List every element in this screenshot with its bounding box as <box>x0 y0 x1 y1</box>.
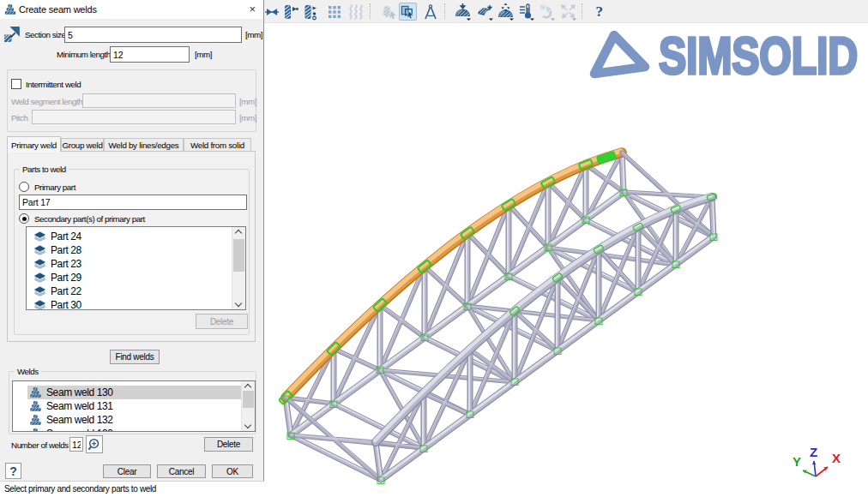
weld-markers <box>279 151 717 483</box>
secondary-parts-radio[interactable] <box>19 213 29 224</box>
svg-text:S: S <box>540 3 546 11</box>
welds-list-scrollbar[interactable] <box>241 381 255 431</box>
toolbar-connector-button[interactable] <box>262 3 280 21</box>
intermittent-weld-icon <box>303 3 320 21</box>
toolbar-separator <box>370 3 371 19</box>
weld-segment-length-input <box>82 93 236 108</box>
dialog-titlebar[interactable]: Create seam welds × <box>0 0 263 19</box>
intermittent-weld-checkbox[interactable] <box>11 79 21 89</box>
scroll-up-icon[interactable] <box>235 230 242 237</box>
fit-arrows-disabled-icon <box>559 3 577 21</box>
scroll-down-icon[interactable] <box>235 300 242 307</box>
list-item-weld[interactable]: Seam weld 132 <box>13 413 255 427</box>
toolbar-displacement-button[interactable] <box>497 3 515 21</box>
magnifier-icon <box>87 437 102 452</box>
cancel-button[interactable]: Cancel <box>157 464 206 478</box>
scroll-down-icon[interactable] <box>244 422 251 428</box>
seam-weld-dialog-icon <box>4 3 16 15</box>
pick-parts-icon <box>400 3 416 21</box>
close-icon[interactable]: × <box>244 2 260 17</box>
welds-group-label: Welds <box>15 367 41 376</box>
scrollbar-thumb[interactable] <box>233 239 244 272</box>
seam-weld-icon <box>29 400 42 412</box>
part-icon <box>33 272 46 284</box>
clear-button[interactable]: Clear <box>103 464 151 478</box>
toolbar-separator <box>444 3 445 19</box>
section-size-icon <box>3 25 21 43</box>
seam-weld-icon <box>29 428 42 432</box>
toolbar-pick-parts-button[interactable] <box>399 3 417 21</box>
triad-z-label: Z <box>810 445 817 459</box>
springs-icon <box>347 3 365 21</box>
minimum-length-input[interactable] <box>110 46 190 63</box>
toolbar-springs-button[interactable] <box>347 3 365 21</box>
secondary-parts-list[interactable]: Part 24 Part 28 Part 23 Part 29 Part 22 … <box>26 226 246 310</box>
tab-weld-from-solid[interactable]: Weld from solid <box>184 138 251 152</box>
intermittent-weld-label: Intermittent weld <box>26 80 81 89</box>
toolbar-thermal-load-button[interactable] <box>517 3 535 21</box>
toolbar-review-welds-button[interactable] <box>381 3 399 21</box>
toolbar-intermittent-weld-button[interactable] <box>302 3 320 21</box>
orientation-triad: Z Y X <box>786 410 865 483</box>
list-item-part[interactable]: Part 23 <box>27 257 245 271</box>
triad-x-label: X <box>832 451 841 465</box>
delete-part-button: Delete <box>196 314 248 329</box>
weld-mode-tabs: Primary weld Group weld Weld by lines/ed… <box>7 136 256 152</box>
ok-button[interactable]: OK <box>212 464 253 478</box>
bridge-deck <box>286 152 714 480</box>
parts-list-scrollbar[interactable] <box>232 227 245 309</box>
list-item-part[interactable]: Part 24 <box>27 230 245 243</box>
list-item-part[interactable]: Part 30 <box>27 298 245 310</box>
triad-y-label: Y <box>793 454 801 469</box>
number-of-welds-value <box>69 437 83 452</box>
list-item-part[interactable]: Part 28 <box>27 243 245 257</box>
parts-to-weld-label: Parts to weld <box>20 165 69 174</box>
toolbar-connector-grid-button[interactable] <box>325 3 343 21</box>
part-icon <box>33 300 46 311</box>
scrollbar-thumb[interactable] <box>243 391 254 408</box>
scroll-up-icon[interactable] <box>244 384 251 391</box>
toolbar-force-load-button[interactable] <box>476 3 494 21</box>
grid-dots-icon <box>326 3 343 21</box>
section-size-input[interactable] <box>64 27 242 43</box>
create-seam-welds-dialog: Create seam welds × Section size [mm] Mi… <box>0 0 264 497</box>
weld-segment-length-label: Weld segment length <box>11 97 82 106</box>
zoom-to-weld-button[interactable] <box>86 435 103 453</box>
pitch-unit: [mm] <box>239 113 256 123</box>
toolbar-help-button[interactable]: ? <box>590 3 608 21</box>
seam-weld-icon <box>29 414 42 426</box>
part-icon <box>33 245 46 256</box>
toolbar-immovable-support-button[interactable] <box>454 3 472 21</box>
pitch-input <box>32 110 236 124</box>
part-icon <box>33 259 46 270</box>
status-text: Select primary and secondary parts to we… <box>4 484 156 494</box>
immovable-support-icon <box>454 3 472 21</box>
displacement-icon <box>497 3 515 21</box>
section-size-label: Section size <box>25 30 65 39</box>
compass-icon <box>422 3 439 21</box>
find-welds-button[interactable]: Find welds <box>110 350 160 364</box>
tab-primary-weld[interactable]: Primary weld <box>7 136 61 153</box>
list-item-part[interactable]: Part 22 <box>27 284 245 298</box>
dialog-status-bar: Select primary and secondary parts to we… <box>0 481 264 497</box>
help-button[interactable]: ? <box>5 463 21 479</box>
list-item-weld[interactable]: Seam weld 133 <box>13 427 255 432</box>
list-item-weld-selected[interactable]: Seam weld 130 <box>27 386 255 399</box>
seam-weld-icon <box>282 3 299 21</box>
toolbar-seam-weld-button[interactable] <box>281 3 299 21</box>
delete-weld-button[interactable]: Delete <box>204 437 253 452</box>
toolbar-measure-button[interactable] <box>421 3 439 21</box>
toolbar-separator <box>582 3 582 19</box>
tab-weld-by-lines-edges[interactable]: Weld by lines/edges <box>104 138 184 152</box>
pitch-label: Pitch <box>11 113 28 123</box>
list-item-part[interactable]: Part 29 <box>27 271 245 284</box>
welds-list[interactable]: Seam weld 130 Seam weld 131 Seam weld 13… <box>12 380 256 432</box>
toolbar-reactions-button[interactable]: S <box>538 3 556 21</box>
toolbar-fit-button[interactable] <box>559 3 577 21</box>
part-icon <box>33 286 46 297</box>
part-icon <box>33 231 46 243</box>
list-item-weld[interactable]: Seam weld 131 <box>13 399 255 413</box>
tab-group-weld[interactable]: Group weld <box>61 138 104 152</box>
primary-part-input[interactable] <box>19 195 247 210</box>
connector-icon <box>263 3 280 21</box>
